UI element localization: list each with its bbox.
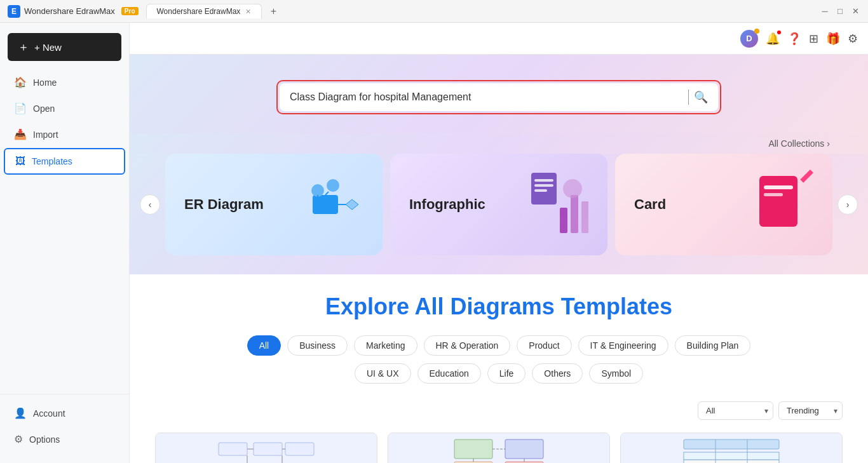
account-icon: 👤 <box>14 407 27 419</box>
close-button[interactable]: ✕ <box>850 6 860 17</box>
sidebar-item-templates[interactable]: 🖼 Templates <box>4 148 125 175</box>
svg-rect-7 <box>531 173 557 205</box>
avatar[interactable]: D <box>740 30 758 48</box>
svg-rect-16 <box>764 185 793 189</box>
template-cards: ER diagram for Hotel Management System <box>130 425 868 463</box>
filter-row-1: All Business Marketing HR & Operation Pr… <box>155 335 843 356</box>
infographic-illustration <box>525 170 588 239</box>
svg-rect-8 <box>534 179 553 182</box>
import-icon: 📥 <box>14 128 27 140</box>
explore-section: Explore All Diagrams Templates All Busin… <box>130 274 868 396</box>
sidebar-bottom: 👤 Account ⚙ Options <box>0 394 129 458</box>
svg-rect-0 <box>313 195 338 214</box>
order-select-wrapper: Trending Newest Most Used <box>778 401 843 420</box>
search-input[interactable] <box>290 91 683 103</box>
filter-education[interactable]: Education <box>417 363 481 384</box>
sidebar-item-import[interactable]: 📥 Import <box>4 122 125 147</box>
all-collections-link[interactable]: All Collections › <box>768 138 830 149</box>
browser-tab[interactable]: Wondershare EdrawMax ✕ <box>146 4 262 18</box>
svg-point-4 <box>327 179 339 192</box>
sidebar-item-account[interactable]: 👤 Account <box>4 401 125 426</box>
svg-rect-11 <box>560 208 567 233</box>
template-card-er-hotel-preview <box>156 433 377 463</box>
pro-badge: Pro <box>121 7 139 15</box>
svg-rect-38 <box>684 460 779 463</box>
new-tab-button[interactable]: + <box>267 5 280 18</box>
carousel-card-card-title: Card <box>634 196 666 213</box>
plus-icon: ＋ <box>18 39 29 55</box>
sidebar-item-options-label: Options <box>29 434 60 445</box>
sidebar-item-import-label: Import <box>33 130 58 140</box>
app-name: Wondershare EdrawMax <box>24 6 115 16</box>
type-select[interactable]: All My Templates Community <box>698 401 773 420</box>
filter-hr-operation[interactable]: HR & Operation <box>424 335 511 356</box>
gift-icon[interactable]: 🎁 <box>826 32 840 46</box>
svg-rect-15 <box>759 176 797 227</box>
svg-point-14 <box>563 179 582 198</box>
avatar-badge <box>754 29 759 34</box>
filter-symbol[interactable]: Symbol <box>589 363 643 384</box>
svg-rect-12 <box>571 195 578 233</box>
collections-bar: All Collections › <box>130 133 868 154</box>
new-button[interactable]: ＋ + New <box>8 33 121 61</box>
filter-it-engineering[interactable]: IT & Engineering <box>578 335 668 356</box>
carousel-card-infographic[interactable]: Infographic <box>390 154 607 255</box>
notification-icon[interactable]: 🔔 <box>766 32 780 46</box>
settings-icon[interactable]: ⚙ <box>848 32 858 46</box>
home-icon: 🏠 <box>14 76 27 88</box>
svg-rect-36 <box>684 440 779 449</box>
help-icon[interactable]: ❓ <box>787 32 801 46</box>
templates-icon: 🖼 <box>15 156 25 167</box>
new-button-label: + New <box>34 42 62 53</box>
filter-marketing[interactable]: Marketing <box>354 335 417 356</box>
filter-ui-ux[interactable]: UI & UX <box>355 363 411 384</box>
sidebar-item-home-label: Home <box>33 77 57 88</box>
sidebar-item-options[interactable]: ⚙ Options <box>4 427 125 452</box>
template-card-3-preview <box>621 433 842 463</box>
tab-close-icon[interactable]: ✕ <box>245 8 251 16</box>
avatar-letter: D <box>746 34 752 43</box>
search-icon[interactable]: 🔍 <box>694 90 708 104</box>
svg-rect-9 <box>534 184 553 187</box>
carousel-prev-button[interactable]: ‹ <box>140 194 160 215</box>
filter-business[interactable]: Business <box>287 335 348 356</box>
carousel-next-button[interactable]: › <box>837 194 858 215</box>
svg-rect-30 <box>505 440 543 459</box>
type-select-wrapper: All My Templates Community <box>698 401 773 420</box>
template-card-3[interactable]: Class Diagram <box>620 433 843 463</box>
search-box: 🔍 <box>280 83 718 111</box>
template-card-er-hotel[interactable]: ER diagram for Hotel Management System <box>155 433 377 463</box>
carousel-card-infographic-title: Infographic <box>409 196 485 213</box>
explore-title: Explore All Diagrams Templates <box>155 293 843 320</box>
sort-bar: All My Templates Community Trending Newe… <box>130 396 868 425</box>
filter-product[interactable]: Product <box>517 335 571 356</box>
notification-dot <box>777 30 781 34</box>
svg-rect-13 <box>581 201 588 233</box>
sidebar-nav: 🏠 Home 📄 Open 📥 Import 🖼 Templates <box>0 69 129 394</box>
chevron-right-icon: › <box>827 138 830 149</box>
sidebar-item-open[interactable]: 📄 Open <box>4 96 125 121</box>
hero-section: 🔍 <box>130 55 868 133</box>
maximize-button[interactable]: □ <box>835 6 845 17</box>
carousel-card-card[interactable]: Card <box>615 154 832 255</box>
search-box-wrapper: 🔍 <box>276 80 721 114</box>
grid-icon[interactable]: ⊞ <box>809 32 818 46</box>
svg-rect-22 <box>285 443 314 455</box>
carousel-card-er-diagram[interactable]: ER Diagram <box>165 154 383 255</box>
filter-life[interactable]: Life <box>487 363 526 384</box>
all-collections-label: All Collections <box>768 138 824 149</box>
options-icon: ⚙ <box>14 433 23 445</box>
svg-rect-37 <box>684 452 779 460</box>
filter-row-2: UI & UX Education Life Others Symbol <box>155 363 843 384</box>
svg-marker-1 <box>346 199 358 210</box>
filter-others[interactable]: Others <box>532 363 583 384</box>
template-card-2[interactable]: ER Diagram <box>388 433 610 463</box>
svg-rect-10 <box>534 189 547 192</box>
sidebar-item-home[interactable]: 🏠 Home <box>4 70 125 95</box>
titlebar: E Wondershare EdrawMax Pro Wondershare E… <box>0 0 868 23</box>
filter-all[interactable]: All <box>247 335 281 356</box>
order-select[interactable]: Trending Newest Most Used <box>778 401 843 420</box>
minimize-button[interactable]: ─ <box>820 6 830 17</box>
filter-building-plan[interactable]: Building Plan <box>675 335 751 356</box>
sidebar-item-templates-label: Templates <box>32 156 72 166</box>
